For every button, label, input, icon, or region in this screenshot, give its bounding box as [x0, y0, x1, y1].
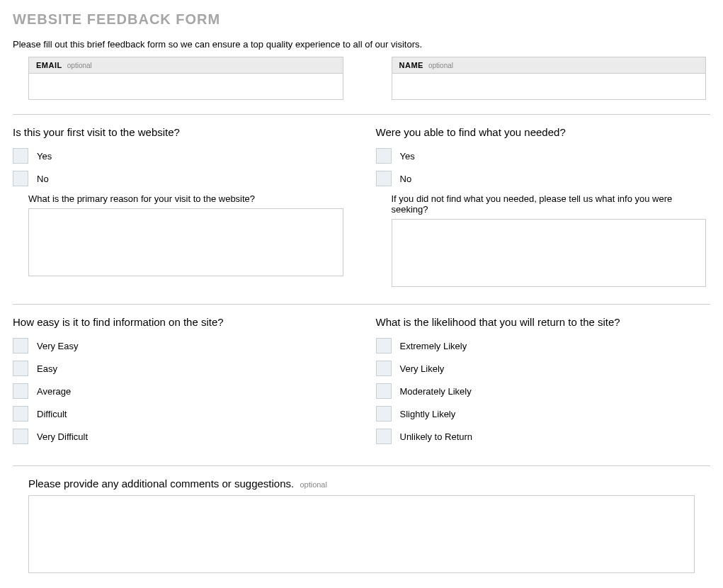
email-label: EMAIL — [36, 61, 62, 69]
ease-very-easy-label: Very Easy — [37, 341, 79, 351]
ease-difficult-label: Difficult — [37, 409, 67, 419]
section-divider — [13, 304, 710, 305]
return-extremely-item: Extremely Likely — [376, 338, 711, 354]
first-visit-question: Is this your first visit to the website? — [13, 126, 348, 138]
return-slightly-checkbox[interactable] — [376, 406, 392, 422]
comments-textarea[interactable] — [28, 495, 695, 573]
name-header: NAME optional — [392, 57, 707, 73]
section-divider — [13, 465, 710, 466]
not-found-textarea[interactable] — [392, 219, 707, 287]
return-extremely-label: Extremely Likely — [400, 341, 467, 351]
first-visit-no-label: No — [37, 174, 49, 184]
email-field-group: EMAIL optional — [28, 57, 343, 100]
first-visit-yes-label: Yes — [37, 151, 52, 162]
return-unlikely-label: Unlikely to Return — [400, 431, 473, 442]
find-needed-no-label: No — [400, 174, 412, 184]
return-moderate-item: Moderately Likely — [376, 383, 711, 399]
find-needed-question: Were you able to find what you needed? — [376, 126, 711, 138]
return-very-checkbox[interactable] — [376, 361, 392, 376]
find-needed-yes-item: Yes — [376, 148, 711, 164]
ease-average-checkbox[interactable] — [13, 383, 28, 399]
primary-reason-textarea[interactable] — [28, 208, 343, 276]
return-unlikely-item: Unlikely to Return — [376, 429, 711, 444]
ease-average-item: Average — [13, 383, 348, 399]
not-found-subquestion: If you did not find what you needed, ple… — [392, 193, 711, 215]
return-extremely-checkbox[interactable] — [376, 338, 392, 354]
ease-question: How easy is it to find information on th… — [13, 316, 348, 328]
first-visit-no-item: No — [13, 171, 348, 186]
section-divider — [13, 114, 710, 115]
return-question: What is the likelihood that you will ret… — [376, 316, 711, 328]
first-visit-yes-item: Yes — [13, 148, 348, 164]
form-title: WEBSITE FEEDBACK FORM — [13, 11, 710, 28]
ease-very-difficult-label: Very Difficult — [37, 431, 88, 442]
email-input[interactable] — [28, 73, 343, 100]
ease-easy-label: Easy — [37, 363, 57, 374]
comments-label: Please provide any additional comments o… — [28, 477, 710, 490]
email-header: EMAIL optional — [28, 57, 343, 73]
ease-very-difficult-item: Very Difficult — [13, 429, 348, 444]
ease-easy-checkbox[interactable] — [13, 361, 28, 376]
intro-text: Please fill out this brief feedback form… — [13, 39, 710, 50]
find-needed-no-checkbox[interactable] — [376, 171, 392, 186]
email-hint: optional — [67, 62, 92, 69]
return-very-label: Very Likely — [400, 363, 445, 374]
find-needed-yes-checkbox[interactable] — [376, 148, 392, 164]
return-slightly-label: Slightly Likely — [400, 409, 456, 419]
find-needed-yes-label: Yes — [400, 151, 415, 162]
comments-text: Please provide any additional comments o… — [28, 477, 294, 490]
find-needed-no-item: No — [376, 171, 711, 186]
ease-difficult-checkbox[interactable] — [13, 406, 28, 422]
return-slightly-item: Slightly Likely — [376, 406, 711, 422]
name-input[interactable] — [392, 73, 707, 100]
return-moderate-label: Moderately Likely — [400, 386, 472, 397]
first-visit-no-checkbox[interactable] — [13, 171, 28, 186]
primary-reason-subquestion: What is the primary reason for your visi… — [28, 193, 348, 204]
return-unlikely-checkbox[interactable] — [376, 429, 392, 444]
ease-very-easy-checkbox[interactable] — [13, 338, 28, 354]
name-hint: optional — [428, 62, 453, 69]
return-moderate-checkbox[interactable] — [376, 383, 392, 399]
ease-easy-item: Easy — [13, 361, 348, 376]
name-label: NAME — [399, 61, 423, 69]
first-visit-yes-checkbox[interactable] — [13, 148, 28, 164]
ease-difficult-item: Difficult — [13, 406, 348, 422]
ease-very-difficult-checkbox[interactable] — [13, 429, 28, 444]
ease-very-easy-item: Very Easy — [13, 338, 348, 354]
ease-average-label: Average — [37, 386, 71, 397]
comments-hint: optional — [300, 480, 327, 489]
return-very-item: Very Likely — [376, 361, 711, 376]
name-field-group: NAME optional — [392, 57, 707, 100]
